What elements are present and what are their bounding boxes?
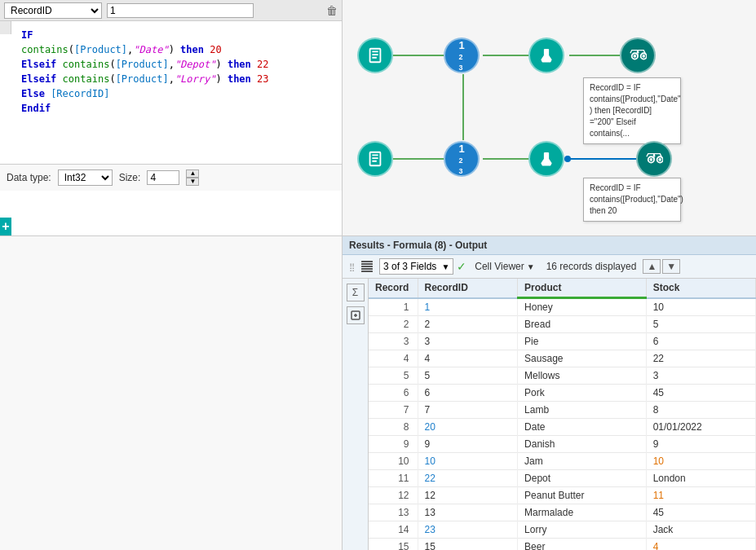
cell-expand-button[interactable] [347, 306, 365, 324]
line-numbers [0, 21, 11, 34]
cell-recordid: 10 [418, 453, 518, 470]
table-view-button[interactable] [358, 258, 376, 275]
code-content: IF contains([Product],"Date") then 20 El… [21, 28, 335, 116]
connector-lines [343, 0, 756, 235]
svg-point-10 [642, 55, 645, 58]
fields-selector[interactable]: 3 of 3 Fields ▼ [379, 258, 453, 275]
field-type-select[interactable]: RecordID [4, 2, 102, 19]
cell-stock: 6 [646, 333, 755, 350]
cell-viewer-arrow: ▼ [527, 262, 535, 271]
browse-node-top[interactable] [620, 37, 656, 73]
svg-rect-19 [361, 271, 373, 272]
table-row: 55Mellows3 [369, 367, 756, 385]
cell-stock: London [646, 470, 755, 487]
field-name-input[interactable] [107, 3, 254, 18]
cell-record: 8 [369, 419, 418, 436]
cell-record: 15 [369, 539, 418, 551]
cell-recordid: 20 [418, 419, 518, 436]
size-input[interactable] [147, 170, 179, 185]
cell-recordid: 2 [418, 316, 518, 333]
workflow-area: 123 [343, 0, 756, 235]
cell-stock: 11 [646, 487, 755, 504]
table-row: 77Lamb8 [369, 402, 756, 419]
formula-node-top[interactable]: 123 [444, 37, 480, 73]
formula-icon-top[interactable]: 123 [444, 37, 480, 73]
cell-recordid: 22 [418, 470, 518, 487]
column-header-record[interactable]: Record [369, 279, 418, 298]
column-header-product[interactable]: Product [518, 279, 647, 298]
transform-icon-top[interactable] [528, 37, 564, 73]
cell-record: 13 [369, 504, 418, 521]
cell-record: 11 [369, 470, 418, 487]
formula-editor: RecordID 🗑 IF contains([Product],"Date")… [0, 0, 343, 236]
cell-product: Peanut Butter [518, 487, 647, 504]
table-row: 44Sausage22 [369, 350, 756, 367]
column-header-stock[interactable]: Stock [646, 279, 755, 298]
results-panel: Results - Formula (8) - Output ⣿ 3 of 3 … [343, 236, 756, 550]
cell-recordid: 5 [418, 367, 518, 385]
prev-page-button[interactable]: ▲ [643, 259, 661, 274]
browse-icon-bottom[interactable] [636, 141, 672, 177]
sum-button[interactable]: Σ [347, 284, 365, 301]
cell-viewer-label: Cell Viewer [475, 261, 524, 272]
transform-node-top[interactable] [528, 37, 564, 73]
cell-stock: 10 [646, 453, 755, 470]
browse-icon-top[interactable] [620, 37, 656, 73]
table-row: 33Pie6 [369, 333, 756, 350]
results-header: Results - Formula (8) - Output [343, 236, 756, 255]
cell-stock: 9 [646, 436, 755, 453]
size-down-button[interactable]: ▼ [186, 178, 199, 186]
input-icon-bottom[interactable] [357, 141, 393, 177]
svg-rect-15 [361, 261, 373, 262]
results-header-label: Results - Formula (8) - Output [349, 240, 487, 251]
cell-viewer-button[interactable]: Cell Viewer ▼ [470, 259, 539, 274]
svg-rect-16 [361, 263, 373, 265]
table-row: 820Date01/01/2022 [369, 419, 756, 436]
cell-stock: Jack [646, 521, 755, 539]
fields-label: 3 of 3 Fields [383, 261, 436, 272]
cell-product: Sausage [518, 350, 647, 367]
cell-recordid: 4 [418, 350, 518, 367]
svg-point-12 [547, 162, 549, 164]
add-field-button[interactable]: + [0, 218, 11, 235]
table-row: 1010Jam10 [369, 453, 756, 470]
cell-product: Pie [518, 333, 647, 350]
tooltip-box-1: RecordID = IF contains([Product],"Date" … [583, 77, 681, 144]
cell-recordid: 15 [418, 539, 518, 551]
cell-product: Jam [518, 453, 647, 470]
tooltip-box-2: RecordID = IF contains([Product],"Date")… [583, 178, 681, 222]
transform-icon-bottom[interactable] [528, 141, 564, 177]
input-icon-top[interactable] [357, 37, 393, 73]
cell-product: Lorry [518, 521, 647, 539]
transform-node-bottom[interactable] [528, 141, 564, 177]
drag-handle: ⣿ [349, 262, 353, 271]
tooltip-text-2: RecordID = IF contains([Product],"Date")… [590, 183, 683, 215]
table-row: 1212Peanut Butter11 [369, 487, 756, 504]
size-up-button[interactable]: ▲ [186, 169, 199, 178]
svg-rect-17 [361, 266, 373, 267]
cell-record: 9 [369, 436, 418, 453]
records-count: 16 records displayed [546, 261, 637, 272]
datatype-select[interactable]: Int32 Int64 String Double [58, 169, 113, 186]
cell-recordid: 3 [418, 333, 518, 350]
next-page-button[interactable]: ▼ [662, 259, 680, 274]
column-header-recordid[interactable]: RecordID [418, 279, 518, 298]
workflow-canvas: 123 [343, 0, 756, 236]
cell-record: 12 [369, 487, 418, 504]
navigation-arrows: ▲ ▼ [643, 259, 680, 274]
cell-stock: 22 [646, 350, 755, 367]
svg-point-8 [547, 59, 549, 60]
cell-product: Marmalade [518, 504, 647, 521]
cell-stock: 45 [646, 504, 755, 521]
formula-icon-bottom[interactable]: 123 [444, 141, 480, 177]
code-editor[interactable]: IF contains([Product],"Date") then 20 El… [0, 21, 342, 164]
input-node-bottom[interactable] [357, 141, 393, 177]
cell-stock: 8 [646, 402, 755, 419]
formula-node-bottom[interactable]: 123 [444, 141, 480, 177]
input-node-top[interactable] [357, 37, 393, 73]
datatype-row: Data type: Int32 Int64 String Double Siz… [0, 164, 342, 191]
browse-node-bottom[interactable] [636, 141, 672, 177]
cell-product: Date [518, 419, 647, 436]
size-label: Size: [119, 172, 141, 183]
delete-button[interactable]: 🗑 [326, 4, 338, 17]
